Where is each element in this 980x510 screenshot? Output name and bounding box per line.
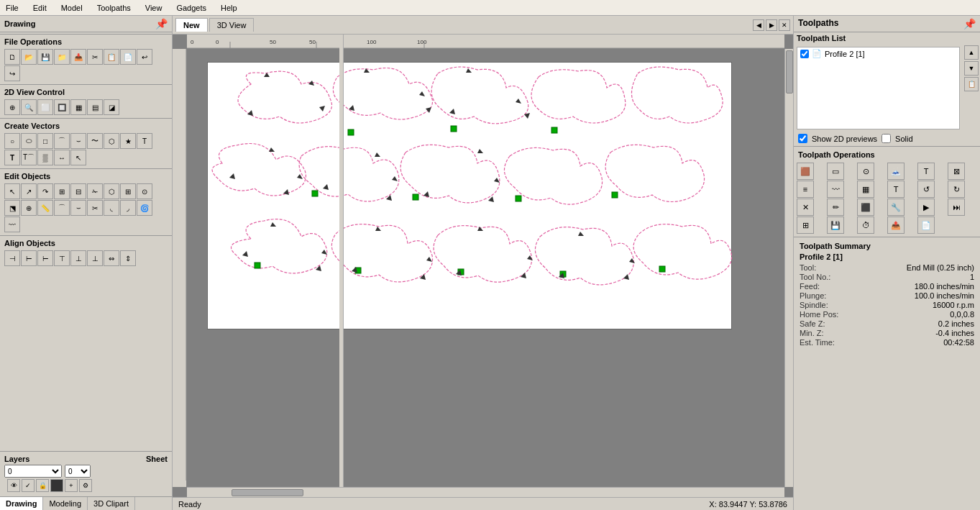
tp-profile-btn[interactable]: ▭ — [827, 163, 844, 180]
align-right-btn[interactable]: ⊢ — [37, 250, 53, 266]
tp-material-btn[interactable]: ⬛ — [857, 199, 874, 216]
copy-btn[interactable]: 📋 — [104, 49, 119, 65]
space-h-btn[interactable]: ⇔ — [104, 250, 119, 266]
tp-hatching-btn[interactable]: ≡ — [797, 181, 814, 198]
draw-pointer-btn[interactable]: ↖ — [70, 150, 86, 165]
menu-edit[interactable]: Edit — [30, 2, 50, 14]
tp-tool-db-btn[interactable]: 🔧 — [887, 199, 905, 216]
node-edit-btn[interactable]: ↗ — [21, 183, 37, 199]
layer-color-btn[interactable] — [50, 479, 63, 492]
undo-btn[interactable]: ↩ — [137, 49, 152, 65]
tp-laser-btn[interactable]: T — [887, 181, 905, 198]
tp-edit-btn[interactable]: ✏ — [827, 199, 844, 216]
toolpath-checkbox-1[interactable] — [800, 50, 809, 58]
tab-drawing[interactable]: Drawing — [0, 497, 43, 510]
tp-simulate-btn[interactable]: ▶ — [917, 199, 935, 216]
tab-3d-clipart[interactable]: 3D Clipart — [88, 497, 135, 510]
layer-settings-btn[interactable]: ⚙ — [79, 479, 92, 492]
tp-3d-roughing-btn[interactable]: 🗻 — [887, 163, 905, 180]
group-btn[interactable]: ⊞ — [54, 183, 70, 199]
scrollbar-right[interactable] — [784, 49, 793, 487]
align-left-btn[interactable]: ⊣ — [4, 250, 20, 266]
rotate-btn[interactable]: ↷ — [37, 183, 53, 199]
save-file-btn[interactable]: 💾 — [37, 49, 53, 65]
align-top-btn[interactable]: ⊤ — [54, 250, 70, 266]
toolpath-item-1[interactable]: 📄 Profile 2 [1] — [797, 47, 959, 60]
draw-polygon-btn[interactable]: ⬡ — [104, 133, 119, 149]
tp-save-btn[interactable]: 💾 — [827, 217, 844, 234]
list-down-btn[interactable]: ▼ — [964, 61, 979, 76]
tp-texture-btn[interactable]: ▦ — [857, 181, 874, 198]
cut-btn[interactable]: ✂ — [87, 49, 103, 65]
ungroup-btn[interactable]: ⊟ — [70, 183, 86, 199]
draw-ellipse-btn[interactable]: ⬭ — [21, 133, 37, 149]
tab-new[interactable]: New — [175, 18, 208, 32]
show-2d-checkbox[interactable] — [798, 134, 807, 143]
layer-select[interactable]: 0 — [4, 465, 62, 478]
align-center-v-btn[interactable]: ⊥ — [70, 250, 86, 266]
menu-model[interactable]: Model — [58, 2, 86, 14]
save-as-btn[interactable]: 📁 — [54, 49, 70, 65]
list-page-btn[interactable]: 📋 — [964, 77, 979, 91]
tab-modeling[interactable]: Modeling — [43, 497, 88, 510]
scrollbar-bottom[interactable] — [187, 487, 784, 497]
tp-text-btn[interactable]: T — [917, 163, 935, 180]
space-v-btn[interactable]: ⇕ — [120, 250, 136, 266]
tp-nc-btn[interactable]: 📄 — [917, 217, 935, 234]
layer-add-btn[interactable]: + — [65, 479, 78, 492]
smooth-btn[interactable]: 〰 — [4, 217, 20, 232]
right-panel-pin[interactable]: 📌 — [963, 18, 976, 29]
draw-bold-text-btn[interactable]: T — [4, 150, 20, 165]
circ-array-btn[interactable]: ⊙ — [137, 183, 152, 199]
tp-recalc-btn[interactable]: ↺ — [917, 181, 935, 198]
scissors-btn[interactable]: ✂ — [87, 200, 103, 216]
distort-btn[interactable]: ⬡ — [104, 183, 119, 199]
tab-next-btn[interactable]: ▶ — [766, 19, 777, 31]
align-bottom-btn[interactable]: ⊥ — [87, 250, 103, 266]
fillet-btn[interactable]: ⌒ — [54, 200, 70, 216]
new-file-btn[interactable]: 🗋 — [4, 49, 20, 65]
tp-delete-btn[interactable]: ✕ — [797, 199, 814, 216]
tp-pocket-btn[interactable]: 🟫 — [797, 163, 814, 180]
trim-btn[interactable]: ✁ — [87, 183, 103, 199]
tp-timer-btn[interactable]: ⏱ — [857, 217, 874, 234]
draw-dimension-btn[interactable]: ↔ — [54, 150, 70, 165]
tp-simulate-all-btn[interactable]: ⏭ — [948, 199, 965, 216]
draw-star-btn[interactable]: ★ — [120, 133, 136, 149]
draw-rect-btn[interactable]: □ — [37, 133, 53, 149]
list-up-btn[interactable]: ▲ — [964, 45, 979, 60]
align-center-h-btn[interactable]: ⊢ — [21, 250, 37, 266]
arc-3pt-btn[interactable]: ◟ — [104, 200, 119, 216]
menu-help[interactable]: Help — [218, 2, 240, 14]
draw-arc-btn[interactable]: ⌣ — [70, 133, 86, 149]
draw-poly-btn[interactable]: ⌒ — [54, 133, 70, 149]
draw-bezier-btn[interactable]: 〜 — [87, 133, 103, 149]
select-btn[interactable]: ↖ — [4, 183, 20, 199]
paste-btn[interactable]: 📄 — [120, 49, 136, 65]
tp-export-btn[interactable]: 📤 — [887, 217, 905, 234]
arc-c-btn[interactable]: ◞ — [120, 200, 136, 216]
solid-checkbox[interactable] — [881, 134, 891, 143]
menu-toolpaths[interactable]: Toolpaths — [94, 2, 134, 14]
layer-check-btn[interactable]: ✓ — [22, 479, 35, 492]
tp-recalc-all-btn[interactable]: ↻ — [948, 181, 965, 198]
rect-array-btn[interactable]: ⊞ — [120, 183, 136, 199]
view-grid-btn[interactable]: ▦ — [70, 99, 86, 115]
redo-btn[interactable]: ↪ — [4, 65, 20, 81]
weld-btn[interactable]: ⊕ — [21, 200, 37, 216]
tab-close-btn[interactable]: ✕ — [779, 19, 790, 31]
chamfer-btn[interactable]: ⌣ — [70, 200, 86, 216]
menu-file[interactable]: File — [3, 2, 22, 14]
panel-pin-icon[interactable]: 📌 — [155, 18, 168, 29]
zoom-out-btn[interactable]: 🔲 — [54, 99, 70, 115]
mirror-btn[interactable]: ⬔ — [4, 200, 20, 216]
import-btn[interactable]: 📥 — [70, 49, 86, 65]
draw-text-btn[interactable]: T — [137, 133, 152, 149]
tp-fluting-btn[interactable]: 〰 — [827, 181, 844, 198]
tab-3d-view[interactable]: 3D View — [209, 18, 255, 32]
draw-text-path-btn[interactable]: T⌒ — [21, 150, 37, 165]
layer-lock-btn[interactable]: 🔒 — [36, 479, 49, 492]
sheet-select[interactable]: 0 — [65, 465, 91, 478]
tp-inlay-btn[interactable]: ⊠ — [948, 163, 965, 180]
spiral-btn[interactable]: 🌀 — [137, 200, 152, 216]
